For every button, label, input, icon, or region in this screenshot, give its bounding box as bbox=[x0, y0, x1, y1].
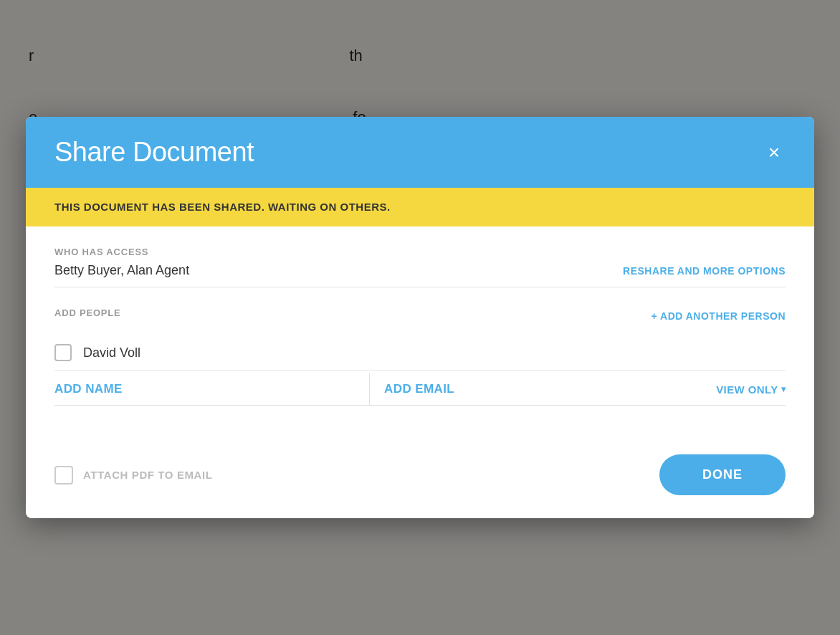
view-only-dropdown[interactable]: VIEW ONLY ▾ bbox=[716, 383, 786, 396]
chevron-down-icon: ▾ bbox=[781, 384, 786, 394]
who-has-access-section: WHO HAS ACCESS Betty Buyer, Alan Agent R… bbox=[54, 247, 786, 287]
modal-overlay: Share Document × THIS DOCUMENT HAS BEEN … bbox=[0, 0, 840, 635]
person-row: David Voll bbox=[54, 335, 786, 371]
add-name-input[interactable] bbox=[54, 382, 369, 396]
attach-pdf-text: ATTACH PDF TO EMAIL bbox=[83, 469, 213, 481]
attach-pdf-label[interactable]: ATTACH PDF TO EMAIL bbox=[54, 466, 213, 484]
done-button[interactable]: DONE bbox=[659, 454, 786, 495]
person-checkbox[interactable] bbox=[54, 344, 72, 361]
attach-pdf-checkbox[interactable] bbox=[54, 466, 73, 484]
status-banner: THIS DOCUMENT HAS BEEN SHARED. WAITING O… bbox=[26, 188, 814, 226]
access-row: Betty Buyer, Alan Agent RESHARE AND MORE… bbox=[54, 263, 786, 287]
modal-footer: ATTACH PDF TO EMAIL DONE bbox=[26, 437, 814, 518]
add-email-wrap bbox=[369, 373, 699, 405]
who-has-access-label: WHO HAS ACCESS bbox=[54, 247, 786, 257]
modal-title: Share Document bbox=[54, 137, 254, 168]
view-only-label: VIEW ONLY bbox=[716, 383, 778, 396]
add-people-header: ADD PEOPLE + ADD ANOTHER PERSON bbox=[54, 307, 786, 324]
add-people-label: ADD PEOPLE bbox=[54, 307, 121, 318]
view-only-wrap: VIEW ONLY ▾ bbox=[699, 383, 786, 396]
add-people-section: ADD PEOPLE + ADD ANOTHER PERSON David Vo… bbox=[54, 307, 786, 406]
status-banner-text: THIS DOCUMENT HAS BEEN SHARED. WAITING O… bbox=[54, 201, 391, 213]
share-document-modal: Share Document × THIS DOCUMENT HAS BEEN … bbox=[26, 117, 814, 518]
add-another-person-button[interactable]: + ADD ANOTHER PERSON bbox=[652, 310, 786, 322]
access-names: Betty Buyer, Alan Agent bbox=[54, 263, 189, 278]
add-name-wrap bbox=[54, 373, 369, 405]
person-name: David Voll bbox=[83, 345, 140, 361]
add-email-input[interactable] bbox=[384, 382, 699, 396]
close-button[interactable]: × bbox=[763, 140, 786, 166]
reshare-link[interactable]: RESHARE AND MORE OPTIONS bbox=[623, 265, 786, 277]
input-row: VIEW ONLY ▾ bbox=[54, 373, 786, 406]
modal-header: Share Document × bbox=[26, 117, 814, 188]
modal-body: WHO HAS ACCESS Betty Buyer, Alan Agent R… bbox=[26, 226, 814, 431]
